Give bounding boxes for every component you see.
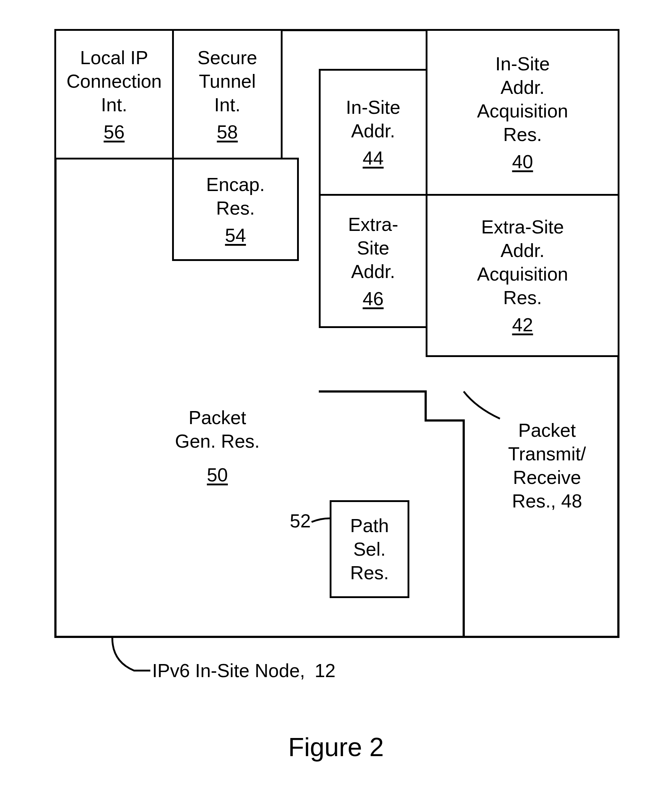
secure-tun-l1: Secure — [197, 46, 257, 70]
extra-site-acq-l2: Addr. — [501, 239, 544, 262]
figure-caption: Figure 2 — [0, 732, 672, 762]
local-ip-l3: Int. — [101, 93, 127, 117]
in-site-addr-ref: 44 — [363, 147, 384, 169]
pkt-gen-l2: Gen. Res. — [127, 430, 308, 453]
pkt-trx-l1: Packet — [482, 419, 612, 442]
extra-site-addr-l1: Extra- — [348, 213, 398, 236]
box-extra-site-addr: Extra- Site Addr. 46 — [319, 194, 427, 328]
extra-site-acq-l1: Extra-Site — [481, 215, 564, 239]
figure-caption-text: Figure 2 — [288, 733, 384, 762]
box-secure-tunnel-int: Secure Tunnel Int. 58 — [172, 29, 283, 159]
extra-site-addr-ref: 46 — [363, 288, 384, 310]
path-sel-l1: Path — [350, 514, 389, 538]
path-sel-l2: Sel. — [353, 538, 386, 561]
path-sel-l3: Res. — [350, 561, 389, 585]
pkt-gen-ref: 50 — [127, 464, 308, 486]
local-ip-l2: Connection — [66, 70, 162, 93]
in-site-acq-l1: In-Site — [495, 52, 550, 76]
encap-l1: Encap. — [206, 173, 265, 196]
extra-site-acq-ref: 42 — [512, 314, 533, 335]
diagram-canvas: Local IP Connection Int. 56 Secure Tunne… — [0, 0, 672, 796]
box-packet-gen-res: Packet Gen. Res. 50 — [127, 406, 308, 500]
in-site-acq-ref: 40 — [512, 151, 533, 173]
in-site-acq-l3: Acquisition — [477, 100, 568, 123]
pkt-trx-l2: Transmit/ — [482, 442, 612, 466]
box-in-site-acq-res: In-Site Addr. Acquisition Res. 40 — [426, 29, 619, 196]
encap-ref: 54 — [225, 225, 246, 246]
secure-tun-ref: 58 — [217, 121, 238, 143]
pkt-trx-l3: Receive — [482, 466, 612, 489]
in-site-acq-l2: Addr. — [501, 76, 544, 100]
outer-caption: IPv6 In-Site Node, 12 — [152, 659, 336, 682]
path-sel-ref-text: 52 — [290, 510, 311, 531]
extra-site-addr-l2: Site — [357, 236, 389, 260]
secure-tun-l3: Int. — [214, 93, 240, 117]
extra-site-acq-l3: Acquisition — [477, 262, 568, 286]
outer-caption-ref: 12 — [314, 660, 336, 681]
in-site-addr-l2: Addr. — [351, 119, 395, 143]
in-site-acq-l4: Res. — [503, 123, 542, 146]
local-ip-l1: Local IP — [80, 46, 148, 70]
path-sel-ref-external: 52 — [290, 509, 311, 533]
box-local-ip-int: Local IP Connection Int. 56 — [54, 29, 174, 159]
box-in-site-addr: In-Site Addr. 44 — [319, 69, 427, 196]
pkt-trx-l4: Res., 48 — [482, 489, 612, 513]
encap-l2: Res. — [216, 196, 255, 220]
extra-site-acq-l4: Res. — [503, 286, 542, 310]
box-extra-site-acq-res: Extra-Site Addr. Acquisition Res. 42 — [426, 194, 619, 357]
extra-site-addr-l3: Addr. — [351, 260, 395, 284]
pkt-gen-l1: Packet — [127, 406, 308, 430]
box-path-sel-res: Path Sel. Res. — [330, 500, 410, 598]
in-site-addr-l1: In-Site — [346, 96, 400, 119]
box-encap-res: Encap. Res. 54 — [172, 158, 299, 261]
local-ip-ref: 56 — [104, 121, 125, 143]
secure-tun-l2: Tunnel — [199, 70, 256, 93]
outer-caption-label: IPv6 In-Site Node, — [152, 660, 305, 681]
box-packet-trx-res: Packet Transmit/ Receive Res., 48 — [482, 419, 612, 553]
